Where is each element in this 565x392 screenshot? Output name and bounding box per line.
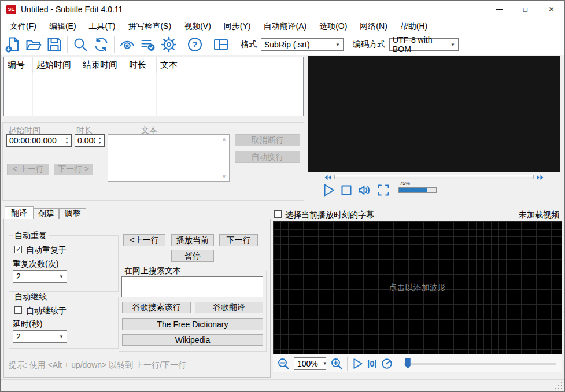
visual-sync-button[interactable] [117, 35, 138, 54]
chevron-down-icon: ▼ [335, 42, 340, 47]
column-duration[interactable]: 时长 [125, 57, 157, 73]
stop-icon[interactable] [339, 183, 354, 198]
waveform-controls: 100% ▼ |0| [273, 354, 562, 372]
subtitle-list[interactable]: 编号 起始时间 结束时间 时长 文本 [3, 57, 304, 116]
next-line-button[interactable]: 下一行 > [54, 164, 93, 175]
repeat-count-select[interactable]: 2 ▼ [13, 270, 67, 283]
delay-select[interactable]: 2 ▼ [13, 330, 67, 343]
tab-create[interactable]: 创建 [34, 208, 59, 219]
resize-grip[interactable] [555, 382, 562, 389]
wikipedia-button[interactable]: Wikipedia [122, 334, 263, 346]
slider-thumb[interactable] [405, 358, 411, 369]
web-search-input[interactable] [121, 276, 263, 297]
tab-adjust[interactable]: 调整 [59, 208, 86, 219]
subtitle-text-area[interactable]: ∧ ∨ [108, 134, 230, 182]
position-slider[interactable] [404, 357, 556, 370]
help-button[interactable]: ? [184, 35, 205, 54]
app-logo-icon[interactable]: SE [6, 5, 16, 14]
hint-text: 提示: 使用 <Alt + up/down> 以转到 上一行/下一行 [9, 360, 186, 371]
spin-buttons[interactable]: ▲ ▼ [95, 135, 104, 146]
window-controls: — □ ✕ [486, 1, 564, 18]
free-dictionary-button[interactable]: The Free Dictionary [122, 318, 263, 330]
previous-line-button[interactable]: < 上一行 [7, 164, 49, 175]
separator [347, 357, 348, 371]
close-button[interactable]: ✕ [538, 1, 564, 18]
web-search-group-title: 在网上搜索文本 [123, 266, 183, 275]
svg-text:?: ? [193, 40, 198, 49]
app-window: SE Untitled - Subtitle Edit 4.0.11 — □ ✕… [0, 0, 565, 392]
waveform-area[interactable]: 点击以添加波形 [273, 221, 562, 354]
playback-speed-icon[interactable] [381, 357, 393, 370]
menu-network[interactable]: 网络(N) [353, 18, 393, 34]
auto-repeat-checkbox[interactable]: ✓ [14, 246, 22, 253]
title-bar: SE Untitled - Subtitle Edit 4.0.11 — □ ✕ [1, 1, 564, 18]
menu-video[interactable]: 视频(V) [178, 18, 217, 34]
pause-button[interactable]: 暂停 [171, 250, 214, 262]
column-text[interactable]: 文本 [157, 57, 303, 73]
menu-spellcheck[interactable]: 拼写检查(S) [121, 18, 178, 34]
table-row[interactable] [4, 95, 303, 106]
format-select[interactable]: SubRip (.srt) ▼ [261, 38, 344, 51]
select-current-subtitle-checkbox[interactable] [274, 210, 282, 218]
zoom-out-icon[interactable] [276, 357, 290, 371]
new-file-button[interactable] [2, 35, 23, 54]
menu-tools[interactable]: 工具(T) [83, 18, 122, 34]
toolbar: ? 格式 SubRip (.srt) ▼ 编码方式 UTF-8 with BOM… [1, 34, 564, 55]
scrollbar[interactable]: ∧ ∨ [220, 135, 228, 180]
save-button[interactable] [44, 35, 65, 54]
volume-slider[interactable] [398, 187, 437, 193]
waveform-play-icon[interactable] [351, 357, 364, 370]
scroll-down-icon: ∨ [222, 173, 226, 179]
menu-autotranslate[interactable]: 自动翻译(A) [257, 18, 313, 34]
zoom-in-icon[interactable] [330, 357, 344, 371]
open-file-button[interactable] [23, 35, 44, 54]
google-translate-button[interactable]: 谷歌翻译 [195, 302, 263, 313]
reset-position-icon[interactable]: |0| [367, 358, 377, 368]
maximize-button[interactable]: □ [512, 1, 538, 18]
menu-help[interactable]: 帮助(H) [394, 18, 434, 34]
column-start-time[interactable]: 起始时间 [33, 57, 79, 73]
unbreak-button[interactable]: 取消断行 [235, 134, 300, 146]
prev-line-button[interactable]: <上一行 [123, 234, 165, 246]
replace-button[interactable] [91, 35, 112, 54]
horizontal-splitter[interactable] [1, 204, 564, 204]
toolbar-separator [114, 36, 115, 53]
seek-slider[interactable] [334, 175, 534, 179]
layout-button[interactable] [211, 35, 231, 54]
video-seek-bar [308, 173, 560, 181]
spin-down-icon: ▼ [65, 141, 69, 145]
column-end-time[interactable]: 结束时间 [79, 57, 125, 73]
video-display[interactable] [308, 56, 560, 172]
table-row[interactable] [4, 84, 303, 95]
menu-edit[interactable]: 编辑(E) [43, 18, 83, 34]
table-row[interactable] [4, 106, 303, 117]
fast-forward-icon[interactable] [536, 174, 544, 181]
video-controls: 75% [321, 180, 440, 198]
menu-options[interactable]: 选项(O) [313, 18, 353, 34]
encoding-select[interactable]: UTF-8 with BOM ▼ [389, 38, 459, 51]
auto-continue-checkbox[interactable] [14, 306, 22, 314]
menu-file[interactable]: 文件(F) [3, 18, 43, 34]
settings-button[interactable] [158, 35, 179, 54]
format-label: 格式 [241, 39, 257, 50]
play-icon[interactable] [321, 183, 336, 198]
find-button[interactable] [70, 35, 91, 54]
spin-buttons[interactable]: ▲ ▼ [62, 135, 71, 146]
volume-percent: 75% [400, 180, 410, 186]
next-line-button-tab[interactable]: 下一行 [219, 234, 258, 246]
start-time-spinner[interactable]: 00:00:00.000 ▲ ▼ [6, 134, 72, 147]
menu-sync[interactable]: 同步(Y) [217, 18, 257, 34]
delay-value: 2 [16, 332, 21, 341]
duration-spinner[interactable]: 0.000 ▲ ▼ [75, 134, 105, 147]
play-current-button[interactable]: 播放当前 [171, 234, 214, 246]
volume-icon[interactable] [357, 183, 373, 198]
minimize-button[interactable]: — [486, 1, 512, 18]
auto-wrap-button[interactable]: 自动换行 [235, 151, 300, 163]
google-search-button[interactable]: 谷歌搜索该行 [122, 302, 191, 313]
tab-translate[interactable]: 翻译 [5, 206, 34, 219]
column-number[interactable]: 编号 [4, 57, 33, 73]
spell-check-button[interactable] [138, 35, 158, 54]
table-row[interactable] [4, 73, 303, 84]
fullscreen-icon[interactable] [376, 183, 391, 198]
waveform-zoom-select[interactable]: 100% ▼ [294, 357, 326, 370]
